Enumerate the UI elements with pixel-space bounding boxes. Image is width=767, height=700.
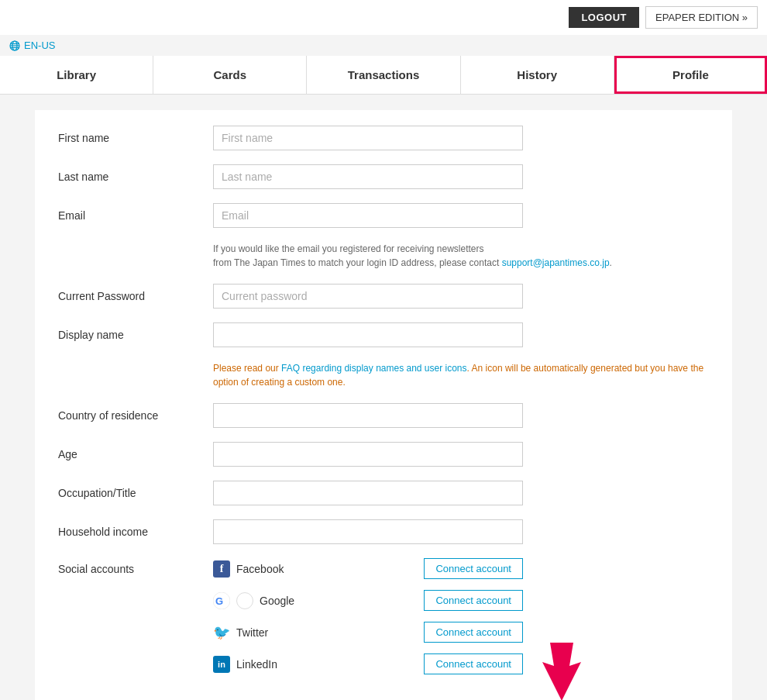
social-item-facebook: f Facebook Connect account [213,558,523,579]
facebook-icon: f [213,560,230,578]
last-name-row: Last name [58,164,709,189]
language-label[interactable]: EN-US [24,40,55,51]
last-name-label: Last name [58,164,213,183]
twitter-label: Twitter [236,626,268,639]
facebook-name-wrap: f Facebook [213,560,284,578]
social-item-google: G Google Connect account [213,590,523,611]
tab-library[interactable]: Library [0,56,153,94]
country-row: Country of residence Japan [58,403,709,428]
google-label: Google [260,595,294,607]
household-label: Household income [58,519,213,538]
current-password-row: Current Password [58,284,709,309]
language-bar: EN-US [0,35,767,56]
nav-tabs: Library Cards Transactions History Profi… [0,56,767,95]
twitter-connect-button[interactable]: Connect account [424,622,523,643]
display-name-warning: Please read our FAQ regarding display na… [213,361,709,389]
display-name-label: Display name [58,322,213,341]
email-field [213,203,709,228]
country-label: Country of residence [58,403,213,422]
display-name-row: Display name [58,322,709,347]
age-input[interactable] [213,442,523,467]
social-item-twitter: 🐦 Twitter Connect account [213,622,523,643]
first-name-label: First name [58,126,213,144]
country-input[interactable]: Japan [213,403,523,428]
social-accounts-row: Social accounts f Facebook Connect accou… [58,558,709,685]
twitter-name-wrap: 🐦 Twitter [213,624,268,641]
email-input[interactable] [213,203,523,228]
facebook-connect-button[interactable]: Connect account [424,558,523,579]
age-field [213,442,709,467]
display-name-input[interactable] [213,322,523,347]
linkedin-name-wrap: in LinkedIn [213,656,277,673]
tab-cards[interactable]: Cards [153,56,307,94]
country-field: Japan [213,403,709,428]
faq-link[interactable]: FAQ regarding display names and user ico… [281,363,466,374]
household-input[interactable] [213,519,523,544]
household-field [213,519,709,544]
google-connect-button[interactable]: Connect account [424,590,523,611]
current-password-field [213,284,709,309]
svg-marker-7 [542,643,581,700]
email-info: If you would like the email you register… [213,242,709,270]
twitter-icon: 🐦 [213,624,230,641]
current-password-label: Current Password [58,284,213,302]
occupation-row: Occupation/Title [58,481,709,505]
tab-transactions[interactable]: Transactions [307,56,460,94]
svg-text:G: G [215,595,223,607]
email-label: Email [58,203,213,222]
tab-profile[interactable]: Profile [614,56,767,94]
current-password-input[interactable] [213,284,523,309]
social-item-linkedin: in LinkedIn Connect account [213,653,523,674]
facebook-label: Facebook [236,563,284,575]
tab-history[interactable]: History [461,56,614,94]
first-name-input[interactable] [213,126,523,150]
email-row: Email [58,203,709,228]
age-row: Age [58,442,709,467]
display-name-field [213,322,709,347]
age-label: Age [58,442,213,460]
epaper-button[interactable]: EPAPER EDITION » [645,6,758,29]
social-accounts-list: f Facebook Connect account G [213,558,709,685]
globe-icon [9,40,20,51]
main-content: First name Last name Email If you would … [35,110,732,700]
arrow-indicator [531,639,593,700]
linkedin-connect-button[interactable]: Connect account [424,653,523,674]
first-name-row: First name [58,126,709,150]
linkedin-label: LinkedIn [236,658,277,671]
occupation-field [213,481,709,505]
social-accounts-label: Social accounts [58,558,213,575]
household-row: Household income [58,519,709,544]
linkedin-icon: in [213,656,230,673]
google-name-wrap: G Google [213,592,294,609]
google-icon: G [213,592,230,609]
last-name-field [213,164,709,189]
occupation-input[interactable] [213,481,523,505]
first-name-field [213,126,709,150]
logout-button[interactable]: LOGOUT [569,7,639,28]
support-email-link[interactable]: support@japantimes.co.jp [502,257,610,268]
top-bar: LOGOUT EPAPER EDITION » [0,0,767,35]
last-name-input[interactable] [213,164,523,189]
occupation-label: Occupation/Title [58,481,213,499]
